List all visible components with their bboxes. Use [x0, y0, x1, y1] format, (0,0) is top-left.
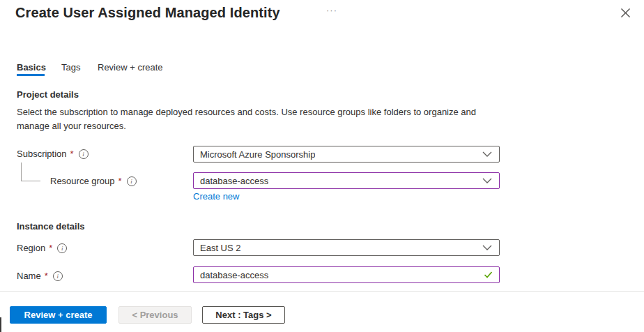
- resource-group-label: Resource group: [50, 176, 115, 187]
- chevron-down-icon: [482, 245, 492, 251]
- resource-group-value: database-access: [200, 176, 268, 186]
- close-button[interactable]: [616, 3, 634, 22]
- resource-group-label-row: Resource group * i: [50, 176, 137, 187]
- info-icon[interactable]: i: [79, 149, 89, 159]
- window-edge-artifact: [0, 317, 1, 332]
- subscription-dropdown[interactable]: Microsoft Azure Sponsorship: [193, 146, 500, 163]
- create-new-link[interactable]: Create new: [193, 191, 239, 202]
- valid-check-icon: [484, 271, 493, 279]
- active-tab-indicator: [17, 74, 45, 76]
- required-marker: *: [70, 149, 74, 160]
- name-label-row: Name * i: [17, 271, 63, 282]
- create-managed-identity-panel: Create User Assigned Managed Identity ··…: [0, 0, 644, 332]
- subscription-value: Microsoft Azure Sponsorship: [200, 149, 315, 160]
- region-dropdown[interactable]: East US 2: [193, 239, 500, 256]
- chevron-down-icon: [482, 151, 492, 158]
- subscription-label: Subscription: [17, 149, 67, 160]
- next-tags-button[interactable]: Next : Tags >: [202, 306, 285, 324]
- instance-details-heading: Instance details: [17, 221, 85, 232]
- name-label: Name: [17, 271, 41, 282]
- name-input[interactable]: [194, 267, 499, 282]
- info-icon[interactable]: i: [57, 243, 67, 253]
- chevron-down-icon: [482, 178, 492, 184]
- tab-review-create[interactable]: Review + create: [98, 62, 163, 73]
- tab-basics[interactable]: Basics: [17, 62, 46, 73]
- previous-button[interactable]: < Previous: [118, 306, 192, 324]
- subscription-label-row: Subscription * i: [17, 149, 89, 160]
- tab-tags[interactable]: Tags: [61, 62, 80, 73]
- name-field-wrap: [193, 266, 500, 283]
- region-value: East US 2: [200, 243, 241, 253]
- footer-divider: [0, 291, 644, 292]
- more-options-icon[interactable]: ···: [326, 4, 337, 17]
- info-icon[interactable]: i: [53, 271, 63, 281]
- region-label-row: Region * i: [17, 243, 67, 254]
- close-icon: [620, 8, 631, 18]
- required-marker: *: [118, 176, 122, 187]
- resource-group-connector-line: [21, 163, 40, 181]
- resource-group-dropdown[interactable]: database-access: [193, 172, 500, 189]
- required-marker: *: [45, 271, 48, 282]
- review-create-button[interactable]: Review + create: [10, 306, 107, 324]
- required-marker: *: [49, 243, 52, 254]
- info-icon[interactable]: i: [127, 176, 137, 186]
- region-label: Region: [17, 243, 45, 254]
- page-title: Create User Assigned Managed Identity: [15, 2, 280, 23]
- project-details-description: Select the subscription to manage deploy…: [17, 105, 508, 133]
- project-details-heading: Project details: [17, 89, 79, 100]
